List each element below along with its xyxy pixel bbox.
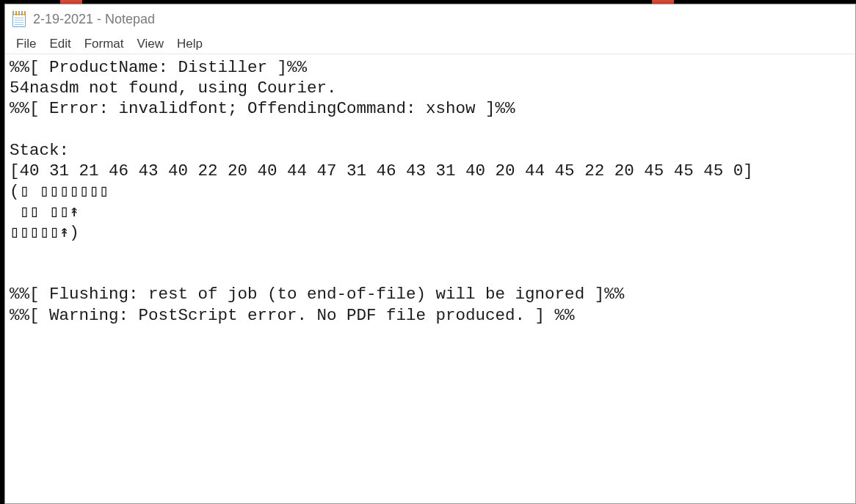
menu-help[interactable]: Help bbox=[170, 35, 209, 53]
text-editor-area[interactable]: %%[ ProductName: Distiller ]%% 54nasdm n… bbox=[5, 54, 855, 503]
menu-file[interactable]: File bbox=[10, 35, 43, 53]
notepad-window: 2-19-2021 - Notepad File Edit Format Vie… bbox=[4, 4, 856, 504]
menu-format[interactable]: Format bbox=[78, 35, 131, 53]
titlebar[interactable]: 2-19-2021 - Notepad bbox=[5, 4, 855, 34]
menubar: File Edit Format View Help bbox=[5, 34, 855, 54]
menu-view[interactable]: View bbox=[131, 35, 171, 53]
notepad-icon bbox=[11, 10, 29, 28]
window-title: 2-19-2021 - Notepad bbox=[33, 12, 155, 27]
menu-edit[interactable]: Edit bbox=[43, 35, 77, 53]
